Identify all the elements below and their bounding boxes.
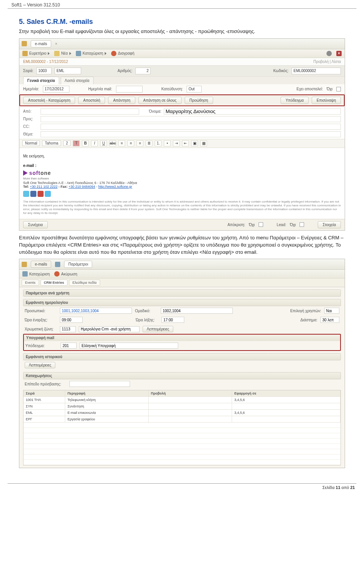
zone-name-field[interactable] xyxy=(79,326,140,332)
footer-prefix: Σελίδα xyxy=(322,485,336,490)
align-justify-icon[interactable]: ≣ xyxy=(146,140,152,146)
toolbar-kataxorisi[interactable]: Καταχώριση xyxy=(76,51,107,56)
page-footer: Σελίδα 11 από 21 xyxy=(8,483,356,490)
star-icon xyxy=(54,51,60,56)
tab-events[interactable]: Events xyxy=(22,280,39,286)
editor-size-select[interactable]: 2 xyxy=(63,140,71,146)
seira-code-field[interactable] xyxy=(36,68,52,74)
cal-row-1: Προσωπικό: Ομαδικό: Επιλογή χρηστών: xyxy=(23,306,341,315)
bold-icon[interactable]: B xyxy=(82,140,89,146)
to-field[interactable] xyxy=(41,116,341,122)
to-label: Προς: xyxy=(23,117,38,121)
tab-crm-entries[interactable]: CRM Entries xyxy=(41,280,68,286)
sig-fax-prefix: - Fax: xyxy=(58,185,69,189)
btn-reply[interactable]: Απάντηση xyxy=(108,97,135,104)
toolbar-cancel[interactable]: Ακύρωση xyxy=(54,271,77,277)
kodikos-field[interactable] xyxy=(292,68,341,74)
sent-value: Όχι xyxy=(327,87,333,91)
tab-emails[interactable]: e-mails xyxy=(31,40,51,47)
toolbar-nea[interactable]: Νέα xyxy=(54,51,71,56)
date-field[interactable] xyxy=(43,86,69,93)
underline-icon[interactable]: U xyxy=(100,140,107,146)
btn-reply-all[interactable]: Απάντηση σε όλους xyxy=(138,97,182,104)
section-title: 5. Sales C.R.M. -emails xyxy=(19,18,345,26)
direction-field[interactable] xyxy=(187,86,202,93)
omad-field[interactable] xyxy=(161,308,233,314)
btn-template[interactable]: Υπόδειγμα xyxy=(281,97,309,104)
editor-body[interactable]: Με εκτίμηση, e-mail : softone More than … xyxy=(19,148,345,219)
table-row[interactable]: ΣΥΝ Συνάντηση xyxy=(24,403,340,410)
zone-code-field[interactable] xyxy=(60,326,76,332)
lead-value: Όχι xyxy=(290,223,296,227)
entries-table: Σειρά Περιγραφή Προβολή Εφαρμογή σε 1001… xyxy=(23,390,341,465)
btn-attach[interactable]: Επισύναψη xyxy=(312,97,341,104)
strike-icon[interactable]: abc xyxy=(109,140,116,146)
outdent-icon[interactable]: ⇤ xyxy=(182,140,189,146)
maildate-field[interactable] xyxy=(116,86,143,93)
table-row[interactable]: ΕΡΓ Εργασία γραφείου xyxy=(24,416,340,423)
color-icon[interactable]: T xyxy=(73,140,80,146)
toolbar-evretirio[interactable]: Ευρετήριο xyxy=(22,51,50,56)
ora-en-field[interactable] xyxy=(60,317,83,323)
close-icon[interactable]: × xyxy=(336,51,342,56)
skype-icon[interactable] xyxy=(45,191,51,197)
btn-details-hist[interactable]: Λεπτομέρειες xyxy=(25,362,55,368)
subject-field[interactable] xyxy=(41,131,341,137)
ora-lx-field[interactable] xyxy=(162,317,184,323)
from-field[interactable] xyxy=(41,108,139,115)
response-label: Απόκριση: xyxy=(228,223,245,227)
access-field[interactable] xyxy=(69,381,130,387)
arithmos-field[interactable] xyxy=(135,68,151,74)
btn-send[interactable]: Αποστολή xyxy=(78,97,105,104)
table-empty-row xyxy=(24,423,340,428)
view-switch[interactable]: Προβολή | Λίστα xyxy=(314,60,341,64)
btn-send-save[interactable]: Αποστολή - Καταχώρηση xyxy=(23,97,75,104)
align-center-icon[interactable]: ≡ xyxy=(127,140,134,146)
action-buttons-highlight: Αποστολή - Καταχώρηση Αποστολή Απάντηση … xyxy=(19,94,345,106)
zone-label: Χρωματική ζώνη: xyxy=(25,327,57,331)
align-left-icon[interactable]: ≡ xyxy=(118,140,125,146)
sig-name-field[interactable] xyxy=(80,343,178,349)
btn-continue[interactable]: Συνέχεια xyxy=(23,221,48,228)
access-row: Επίπεδο πρόσβασης: xyxy=(23,379,341,388)
lead-checkbox[interactable] xyxy=(300,222,304,227)
sig-code-field[interactable] xyxy=(61,343,77,349)
tab-close-icon[interactable]: × xyxy=(55,42,57,46)
seira-name-field[interactable] xyxy=(55,68,81,74)
btn-details-cal[interactable]: Λεπτομέρειες xyxy=(143,326,173,332)
facebook-icon[interactable] xyxy=(30,191,36,197)
editor-font-select[interactable]: Tahoma xyxy=(42,140,61,146)
table-row[interactable]: 1001 ΤΗΛ Τηλεφωνική κλήση 3,4,5,6 xyxy=(24,397,340,403)
italic-icon[interactable]: I xyxy=(91,140,98,146)
list-ul-icon[interactable]: • xyxy=(164,140,171,146)
align-right-icon[interactable]: ≡ xyxy=(136,140,143,146)
gear-icon[interactable] xyxy=(326,51,332,56)
dropdown-icon xyxy=(48,52,50,55)
tab-free-fields[interactable]: Ελεύθερα πεδία xyxy=(69,280,100,286)
toolbar-save[interactable]: Καταχώριση xyxy=(22,271,50,277)
indent-icon[interactable]: ⇥ xyxy=(173,140,180,146)
tab-emails-2[interactable]: e-mails xyxy=(31,261,51,268)
pros-field[interactable] xyxy=(60,308,132,314)
list-ol-icon[interactable]: 1. xyxy=(155,140,162,146)
sent-checkbox[interactable] xyxy=(336,87,341,91)
name-field[interactable] xyxy=(164,108,341,115)
table-icon[interactable]: ▦ xyxy=(200,140,207,146)
youtube-icon[interactable] xyxy=(38,191,44,197)
tab-params[interactable]: Παράμετροι xyxy=(64,261,92,268)
table-row[interactable]: EML E-mail επικοινωνία 3,4,5,6 xyxy=(24,410,340,416)
twitter-icon[interactable] xyxy=(23,191,29,197)
btn-stoixeia[interactable]: Στοιχεία xyxy=(318,221,341,228)
image-icon[interactable]: ▣ xyxy=(191,140,198,146)
epil-field[interactable] xyxy=(324,308,339,314)
btn-forward[interactable]: Προώθηση xyxy=(185,97,213,104)
editor-style-select[interactable]: Normal xyxy=(22,140,40,146)
response-checkbox[interactable] xyxy=(259,222,263,227)
params-icon xyxy=(55,262,60,267)
toolbar-diagrafi[interactable]: Διαγραφή xyxy=(111,51,134,56)
subtab-general[interactable]: Γενικά στοιχεία xyxy=(23,77,59,84)
cc-field[interactable] xyxy=(41,124,341,130)
diast-label: Διάστημα: xyxy=(300,318,317,322)
subtab-other[interactable]: Λοιπά στοιχεία xyxy=(61,77,94,84)
diast-field[interactable] xyxy=(320,317,339,323)
